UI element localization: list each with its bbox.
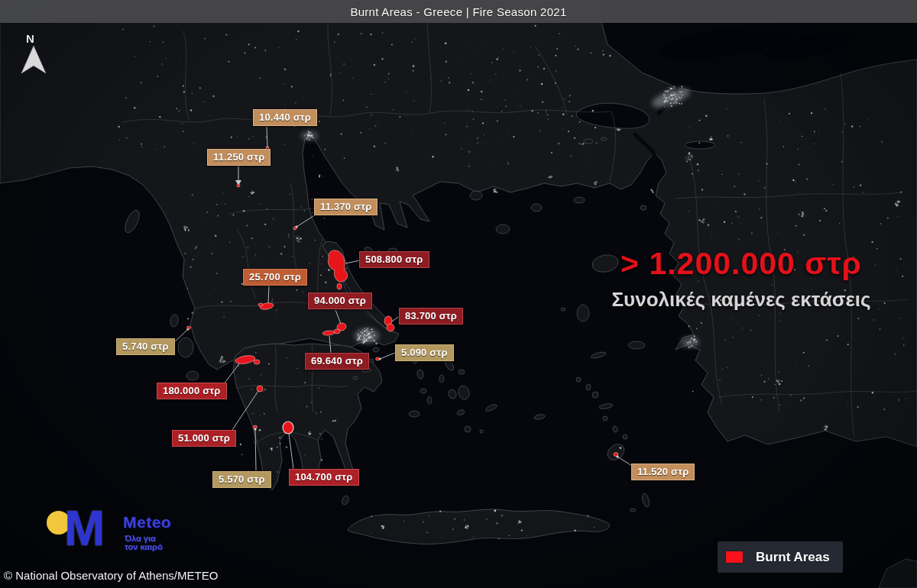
area-label: 83.700 στρ [399, 308, 463, 325]
title-bar: Burnt Areas - Greece | Fire Season 2021 [0, 0, 917, 23]
burnt-area-shape [283, 422, 293, 434]
legend-label: Burnt Areas [756, 550, 830, 565]
map-title: Burnt Areas - Greece | Fire Season 2021 [350, 5, 566, 18]
area-label: 5.570 στρ [212, 471, 271, 488]
burnt-area-shape [334, 329, 340, 334]
burnt-areas-map-infographic: Burnt Areas - Greece | Fire Season 2021 … [0, 0, 917, 588]
burnt-area-shape [293, 227, 296, 230]
total-burnt-subtitle: Συνολικές καμένες εκτάσεις [581, 288, 902, 312]
burnt-area-shape [258, 303, 263, 306]
area-label: 5.740 στρ [116, 338, 175, 355]
area-label: 94.000 στρ [308, 292, 372, 309]
burnt-area-shape [254, 360, 260, 364]
area-label: 51.000 στρ [172, 430, 236, 447]
burnt-areas-swatch [726, 551, 743, 563]
burnt-area-shape [254, 425, 258, 428]
area-label: 5.090 στρ [395, 344, 454, 361]
area-label: 11.250 στρ [207, 149, 271, 166]
north-label: N [26, 32, 34, 45]
logo-tagline: Όλα για τον καιρό [125, 535, 163, 551]
burnt-area-shape [257, 386, 263, 392]
logo-brand: Meteo [123, 513, 171, 531]
area-label: 11.370 στρ [314, 199, 377, 215]
area-label: 180.000 στρ [157, 383, 227, 399]
area-label: 508.800 στρ [359, 251, 429, 268]
area-label: 25.700 στρ [243, 269, 307, 286]
legend: Burnt Areas [718, 541, 843, 573]
total-burnt-stat: > 1.200.000 στρ Συνολικές καμένες εκτάσε… [581, 246, 902, 312]
burnt-area-shape [237, 184, 240, 187]
total-burnt-headline: > 1.200.000 στρ [581, 246, 902, 282]
area-label: 104.700 στρ [289, 469, 359, 486]
burnt-area-shape [376, 357, 380, 360]
area-label: 69.640 στρ [305, 353, 369, 370]
burnt-area-shape [187, 326, 191, 329]
burnt-area-shape [614, 453, 618, 457]
burnt-area-shape [387, 324, 394, 331]
burnt-area-shape [337, 283, 342, 289]
logo-monogram: M [64, 500, 105, 557]
north-arrow: N [15, 32, 52, 79]
copyright-text: © National Observatory of Athens/METEO [4, 569, 218, 582]
area-label: 11.520 στρ [631, 464, 695, 480]
area-label: 10.440 στρ [253, 109, 317, 126]
meteo-logo: M Meteo Όλα για τον καιρό [42, 504, 187, 564]
